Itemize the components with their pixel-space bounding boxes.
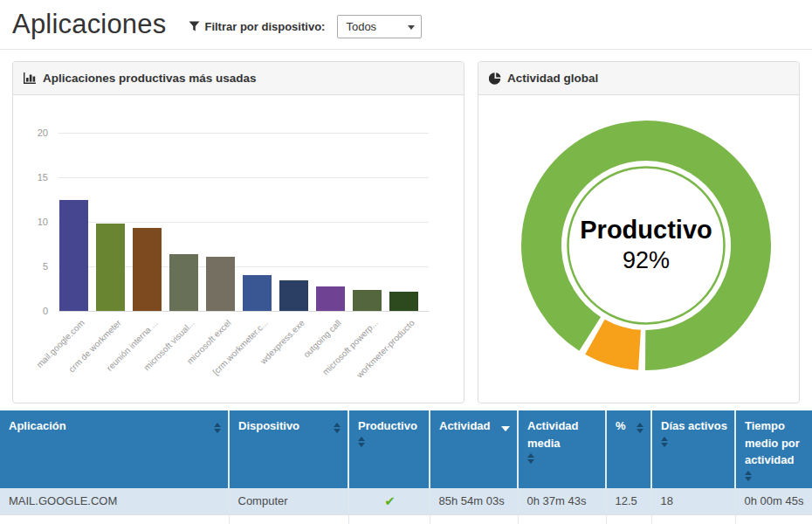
y-axis-tick-label: 10 [20, 217, 48, 227]
gridline [58, 177, 429, 178]
donut-panel-header: Actividad global [478, 62, 799, 95]
donut-panel-title: Actividad global [507, 72, 598, 85]
cell-activity: 85h 54m 03s [430, 488, 518, 515]
cell-percent: 9.8 [606, 515, 651, 524]
donut-panel: Actividad global Productivo 92% [478, 61, 800, 403]
cell-avg_activity: 1h 00m 48s [518, 515, 606, 524]
cell-percent: 12.5 [606, 488, 651, 515]
column-header-7[interactable]: Días activos [651, 410, 735, 488]
bar-microsoft excel[interactable] [206, 257, 235, 311]
gridline [58, 222, 429, 223]
x-axis-label: outgoing call [266, 318, 342, 394]
cell-avg_time: 0h 00m 43s [735, 515, 812, 524]
device-filter-select[interactable]: Todos [337, 15, 422, 38]
donut-center-label: Productivo [580, 217, 712, 245]
bar-chart-panel-header: Aplicaciones productivas más usadas [13, 62, 464, 95]
sort-icon[interactable] [214, 423, 221, 435]
donut-center-text: Productivo 92% [580, 217, 712, 274]
sort-icon[interactable] [527, 453, 534, 465]
table-row: MAIL.GOOGLE.COMComputer✔85h 54m 03s0h 37… [0, 488, 812, 515]
bar-wdexpress.exe[interactable] [279, 280, 308, 311]
x-axis-label: microsoft powerp... [303, 318, 379, 394]
bar-crm de workmeter[interactable] [96, 224, 125, 311]
column-header-label: Actividad media [527, 417, 598, 452]
y-axis-tick-label: 5 [20, 261, 48, 272]
cell-active_days: 18 [651, 488, 735, 515]
x-axis-label: crm de workmeter [46, 318, 122, 394]
cell-avg_time: 0h 00m 45s [735, 488, 812, 515]
cell-device: Computer [229, 488, 348, 515]
sort-icon[interactable] [745, 471, 752, 483]
sort-icon[interactable] [637, 423, 643, 435]
y-axis-tick-label: 0 [20, 306, 48, 316]
page-title: Aplicaciones [12, 9, 166, 40]
bar-mail.google.com[interactable] [59, 200, 88, 312]
x-axis-label: microsoft visual... [120, 318, 196, 394]
sort-icon[interactable] [358, 437, 365, 449]
pie-chart-icon [489, 72, 501, 85]
cell-device: Computer [229, 515, 348, 524]
cell-avg_activity: 0h 37m 43s [518, 488, 606, 515]
donut-center-value: 92% [580, 247, 712, 274]
sort-icon[interactable] [661, 437, 668, 449]
select-chevron-down-icon [408, 25, 415, 30]
page-header: Aplicaciones Filtrar por dispositivo: To… [0, 0, 812, 50]
bar-[crm.workmeter.c...[interactable] [243, 275, 272, 311]
device-filter: Filtrar por dispositivo: Todos [189, 15, 422, 38]
applications-table: AplicaciónDispositivoProductivoActividad… [0, 410, 812, 524]
column-header-label: Días activos [661, 417, 727, 435]
donut-plot: Productivo 92% [478, 95, 799, 403]
x-axis-label: microsoft excel [156, 318, 232, 394]
column-header-5[interactable]: Actividad media [518, 410, 606, 488]
bar-outgoing call[interactable] [316, 286, 345, 311]
bar-workmeter-producto[interactable] [389, 292, 418, 311]
bar-chart-plot: 05101520mail.google.comcrm de workmeterr… [13, 95, 464, 403]
filter-label: Filtrar por dispositivo: [204, 20, 325, 33]
donut-segment-nonproductive[interactable] [595, 337, 639, 350]
x-axis-label: reunión interna ... [83, 318, 159, 394]
bar-microsoft powerp...[interactable] [353, 290, 382, 311]
check-icon: ✔ [358, 521, 423, 524]
bar-chart-panel-title: Aplicaciones productivas más usadas [43, 72, 257, 85]
x-axis-label: wdexpress.exe [230, 318, 306, 394]
y-axis-tick-label: 20 [20, 128, 48, 138]
gridline [58, 133, 429, 134]
y-axis-tick-label: 15 [20, 172, 48, 183]
cell-app: MAIL.GOOGLE.COM [0, 488, 229, 515]
table-row: CRM de WorkMeterComputer✔67h 02m 13s1h 0… [0, 515, 812, 524]
column-header-6[interactable]: % [606, 410, 651, 488]
cell-activity: 67h 02m 13s [430, 515, 518, 524]
x-axis-label: [crm.workmeter.c... [193, 318, 269, 394]
column-header-4[interactable]: Actividad [430, 410, 518, 488]
column-header-label: Dispositivo [238, 417, 299, 435]
bar-microsoft visual...[interactable] [169, 254, 198, 311]
column-header-1[interactable]: Aplicación [0, 410, 229, 488]
bar-reunión interna ...[interactable] [133, 228, 162, 311]
column-header-label: Aplicación [9, 417, 66, 435]
sort-desc-icon[interactable] [501, 426, 510, 431]
cell-active_days: 14 [651, 515, 735, 524]
cell-app: CRM de WorkMeter [0, 515, 229, 524]
column-header-label: Actividad [439, 417, 491, 435]
gridline [58, 311, 429, 312]
device-filter-value: Todos [346, 20, 376, 33]
bar-chart-panel: Aplicaciones productivas más usadas 0510… [12, 61, 464, 403]
cell-productive: ✔ [348, 515, 430, 524]
column-header-8[interactable]: Tiempo medio por actividad [735, 410, 812, 488]
check-icon: ✔ [358, 493, 423, 509]
column-header-label: Productivo [358, 417, 417, 435]
sort-icon[interactable] [334, 423, 341, 435]
bar-chart-icon [24, 72, 37, 84]
column-header-label: Tiempo medio por actividad [745, 417, 805, 469]
column-header-label: % [616, 417, 626, 435]
x-axis-label: mail.google.com [10, 318, 86, 394]
table-header-row: AplicaciónDispositivoProductivoActividad… [0, 410, 812, 488]
cell-productive: ✔ [348, 488, 430, 515]
column-header-3[interactable]: Productivo [348, 410, 430, 488]
column-header-2[interactable]: Dispositivo [229, 410, 348, 488]
filter-funnel-icon [189, 21, 200, 31]
x-axis-label: workmeter-producto [340, 318, 416, 394]
